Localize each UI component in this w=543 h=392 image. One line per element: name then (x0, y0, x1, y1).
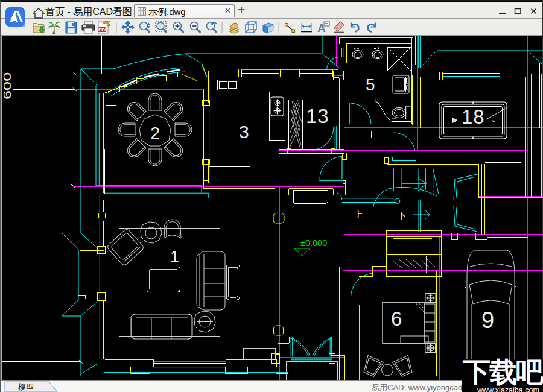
svg-text:±0.000: ±0.000 (300, 238, 327, 248)
svg-text:1: 1 (170, 248, 179, 266)
svg-text:下: 下 (397, 210, 407, 221)
svg-text:3: 3 (239, 122, 249, 142)
svg-text:5: 5 (366, 75, 375, 94)
svg-text:13: 13 (306, 105, 329, 127)
svg-text:9: 9 (481, 308, 494, 333)
svg-text:上: 上 (354, 209, 363, 220)
svg-text:600: 600 (1, 72, 13, 100)
svg-text:6: 6 (391, 308, 402, 330)
svg-text:18: 18 (462, 106, 485, 128)
svg-text:2: 2 (150, 124, 160, 143)
